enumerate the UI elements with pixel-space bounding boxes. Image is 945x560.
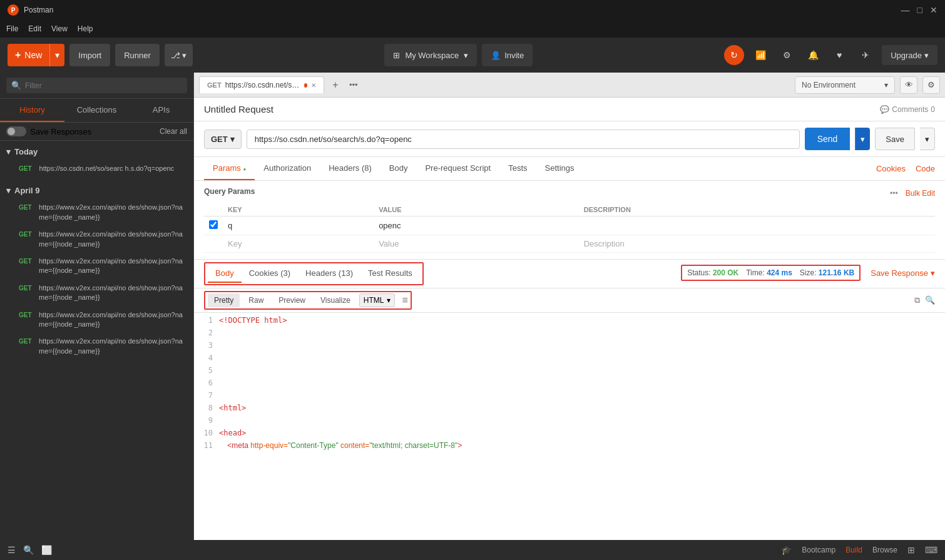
keyboard-icon[interactable]: ⌨ [925,545,937,555]
param-tab-headers[interactable]: Headers (8) [320,157,381,180]
build-label[interactable]: Build [845,546,862,554]
env-label: No Environment [802,81,856,89]
menu-edit[interactable]: Edit [28,24,41,33]
eye-button[interactable]: 👁 [900,76,917,94]
workspace-label: My Workspace [405,51,459,60]
send-icon-button[interactable]: ✈ [856,45,876,65]
search-box[interactable]: 🔍 [6,78,187,93]
menu-file[interactable]: File [6,24,18,33]
param-tab-settings[interactable]: Settings [536,157,583,180]
settings-env-button[interactable]: ⚙ [922,76,940,94]
more-tabs-button[interactable]: ••• [349,80,358,89]
workspace-button[interactable]: ⊞ My Workspace ▾ [384,44,477,66]
param-key-placeholder[interactable]: Key [223,235,374,253]
param-value[interactable]: openc [374,216,579,235]
save-dropdown-button[interactable]: ▾ [920,128,935,150]
param-desc-placeholder[interactable]: Description [579,235,935,253]
code-link[interactable]: Code [916,158,935,180]
send-button[interactable]: Send [805,128,850,150]
request-title-area: Untitled Request 💬 Comments 0 [194,98,945,121]
environment-selector[interactable]: No Environment ▾ [795,76,895,94]
group-today[interactable]: ▾ Today [0,143,193,160]
fmt-preview-button[interactable]: Preview [272,293,312,307]
url-input[interactable] [247,130,800,149]
console-icon[interactable]: ⬜ [41,545,52,555]
list-item[interactable]: GET https://www.v2ex.com/api/no des/show… [0,333,193,360]
cookies-link[interactable]: Cookies [876,158,906,180]
signal-icon-button[interactable]: 📶 [750,45,770,65]
sidebar-tab-history[interactable]: History [0,99,64,122]
list-item[interactable]: GET https://www.v2ex.com/api/no des/show… [0,199,193,226]
param-checkbox[interactable] [209,220,218,229]
notification-button[interactable]: 🔔 [803,45,823,65]
param-tab-prerequest[interactable]: Pre-request Script [416,157,499,180]
param-key[interactable]: q [223,216,374,235]
param-value-placeholder[interactable]: Value [374,235,579,253]
send-dropdown-button[interactable]: ▾ [855,128,870,150]
code-line: 4 [194,353,945,365]
sync-button[interactable]: ↻ [724,45,744,65]
fork-button[interactable]: ⎇ ▾ [165,44,193,66]
param-tab-tests[interactable]: Tests [499,157,536,180]
new-button[interactable]: + New ▾ [8,44,64,66]
fmt-raw-button[interactable]: Raw [242,293,270,307]
search-bottom-icon[interactable]: 🔍 [23,545,34,555]
heart-button[interactable]: ♥ [829,45,849,65]
upgrade-button[interactable]: Upgrade ▾ [882,45,937,65]
resp-tab-cookies[interactable]: Cookies (3) [242,265,298,283]
browse-label[interactable]: Browse [872,546,897,554]
fmt-visualize-button[interactable]: Visualize [314,293,357,307]
size-label: Size: 121.16 KB [800,268,854,277]
resp-tab-headers[interactable]: Headers (13) [298,265,360,283]
group-april9[interactable]: ▾ April 9 [0,182,193,199]
request-tab-active[interactable]: GET https://so.csdn.net/so/search/s.... … [199,76,324,93]
code-line: 5 [194,365,945,378]
close-button[interactable]: ✕ [930,5,937,15]
list-item[interactable]: GET https://www.v2ex.com/api/no des/show… [0,280,193,307]
param-tab-body[interactable]: Body [381,157,417,180]
params-table: KEY VALUE DESCRIPTION q openc Key [204,203,935,253]
minimize-button[interactable]: — [901,5,910,15]
list-item[interactable]: GET https://so.csdn.net/so/searc h.s.do?… [0,160,193,177]
param-description[interactable] [579,216,935,235]
save-response-button[interactable]: Save Response ▾ [871,268,935,278]
wrap-lines-icon[interactable]: ≡ [402,295,408,306]
save-responses-toggle[interactable] [6,126,26,136]
layout-icon[interactable]: ⊞ [907,545,915,555]
clear-all-button[interactable]: Clear all [160,127,187,136]
maximize-button[interactable]: □ [917,5,922,15]
fmt-pretty-button[interactable]: Pretty [208,293,240,307]
runner-button[interactable]: Runner [115,44,160,66]
filter-input[interactable] [25,81,182,90]
code-line: 2 [194,328,945,340]
resp-tab-body[interactable]: Body [208,265,242,283]
copy-icon[interactable]: ⧉ [914,295,920,305]
sidebar-tab-collections[interactable]: Collections [64,99,129,122]
list-item[interactable]: GET https://www.v2ex.com/api/no des/show… [0,307,193,333]
bulk-edit-button[interactable]: Bulk Edit [906,189,935,198]
sidebar-tab-apis[interactable]: APIs [129,99,193,122]
import-button[interactable]: Import [69,44,110,66]
tab-close-button[interactable]: ✕ [311,82,316,89]
param-tab-authorization[interactable]: Authorization [255,157,320,180]
list-item[interactable]: GET https://www.v2ex.com/api/no des/show… [0,226,193,253]
main-toolbar: + New ▾ Import Runner ⎇ ▾ ⊞ My Workspace… [0,38,945,73]
format-type-select[interactable]: HTML ▾ [359,293,395,307]
new-dropdown-arrow[interactable]: ▾ [49,44,64,66]
method-select[interactable]: GET ▾ [204,130,242,149]
history-url: https://www.v2ex.com/api/no des/show.jso… [39,310,187,330]
bootcamp-label[interactable]: Bootcamp [802,546,835,554]
more-options-icon[interactable]: ••• [890,189,898,198]
sidebar-tabs: History Collections APIs [0,99,193,123]
save-button[interactable]: Save [875,128,915,150]
sidebar-toggle-icon[interactable]: ☰ [8,545,16,555]
settings-button[interactable]: ⚙ [777,45,797,65]
menu-view[interactable]: View [51,24,68,33]
list-item[interactable]: GET https://www.v2ex.com/api/no des/show… [0,253,193,280]
invite-button[interactable]: 👤 Invite [482,44,533,66]
resp-tab-testresults[interactable]: Test Results [360,265,420,283]
add-tab-button[interactable]: + [327,76,344,94]
param-tab-params[interactable]: Params ● [204,157,255,180]
search-code-icon[interactable]: 🔍 [925,295,935,305]
menu-help[interactable]: Help [78,24,93,33]
